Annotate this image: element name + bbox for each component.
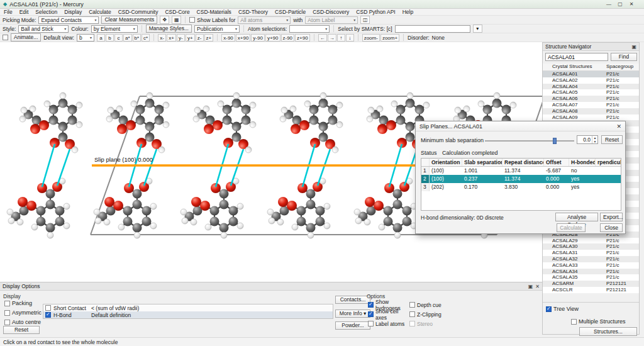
- slab-value-spinner[interactable]: 0.0 ▲ ▼: [577, 135, 598, 144]
- dialog-title-bar[interactable]: Slip Planes... ACSALA01 ✕: [416, 121, 625, 131]
- structure-list-item[interactable]: ACSALA29P21/c: [543, 238, 639, 244]
- menu-item[interactable]: CSD-Materials: [197, 9, 231, 15]
- structure-list-item[interactable]: ACSALA34P21/c: [543, 269, 639, 275]
- float-panel-icon[interactable]: ▣: [631, 44, 636, 50]
- table-row[interactable]: 1 (100) 1.001 11.374 -5.687 no: [421, 167, 621, 175]
- menu-item[interactable]: File: [4, 9, 13, 15]
- structure-list-item[interactable]: ACSALA04P21/c: [543, 84, 639, 90]
- axis-button[interactable]: c*: [142, 34, 150, 42]
- float-panel-icon[interactable]: ▣: [528, 284, 533, 289]
- minimize-icon[interactable]: —: [603, 0, 614, 8]
- close-panel-icon[interactable]: ✕: [535, 284, 540, 289]
- display-options-header[interactable]: Display Options ▣ ✕: [0, 282, 542, 291]
- arrow-button[interactable]: ↓: [346, 34, 354, 42]
- axis-button[interactable]: a*: [123, 34, 132, 42]
- menu-item[interactable]: Calculate: [89, 9, 111, 15]
- slider-handle[interactable]: [553, 138, 557, 144]
- animate-button[interactable]: Animate...: [11, 33, 41, 42]
- default-view-select[interactable]: b ▾: [77, 34, 94, 42]
- label-type-select[interactable]: Atom Label ▾: [305, 16, 358, 24]
- rotate-button[interactable]: y-90: [251, 34, 265, 42]
- axis-button[interactable]: c: [114, 34, 123, 42]
- column-spacegroup[interactable]: Spacegroup: [606, 64, 639, 70]
- rotate-button[interactable]: x-90: [221, 34, 235, 42]
- structure-list-item[interactable]: ACSALA33P21/c: [543, 262, 639, 269]
- menu-item[interactable]: Edit: [19, 9, 29, 15]
- picking-mode-select[interactable]: Expand Contacts ▾: [38, 16, 99, 24]
- slab-separation-slider[interactable]: [485, 138, 574, 143]
- menu-item[interactable]: CSD Python API: [356, 9, 395, 15]
- more-info-button[interactable]: More Info ▾: [335, 310, 370, 318]
- find-button[interactable]: Find: [611, 53, 637, 61]
- style-select[interactable]: Ball and Stick ▾: [18, 25, 69, 33]
- structure-list-item[interactable]: ACSARMP212121: [543, 281, 639, 287]
- option-checkbox[interactable]: Stereo: [409, 319, 451, 328]
- reset-button[interactable]: Reset: [601, 135, 623, 144]
- structure-list-item[interactable]: ACSALA07P21/c: [543, 102, 639, 108]
- colour-select[interactable]: by Element ▾: [91, 25, 138, 33]
- axis-button[interactable]: b: [106, 34, 114, 42]
- close-button[interactable]: Close: [600, 223, 623, 232]
- display-checkbox[interactable]: Auto centre: [4, 319, 53, 325]
- table-column-header[interactable]: H-bonded: [569, 159, 596, 166]
- menu-item[interactable]: Selection: [35, 9, 57, 15]
- tree-view-checkbox[interactable]: Tree View: [546, 306, 579, 312]
- axis-button[interactable]: b*: [133, 34, 142, 42]
- menu-item[interactable]: Display: [64, 9, 82, 15]
- powder-button[interactable]: Powder...: [335, 321, 370, 330]
- multiple-structures-checkbox[interactable]: Multiple Structures: [571, 318, 626, 325]
- structure-list-item[interactable]: ACSALA31P21/c: [543, 250, 639, 256]
- structure-search-input[interactable]: [545, 53, 608, 61]
- structure-list-item[interactable]: ACSALA30P21/c: [543, 243, 639, 250]
- clear-measurements-button[interactable]: Clear Measurements: [101, 16, 157, 24]
- analyse-surface-button[interactable]: Analyse Surface: [555, 213, 598, 221]
- table-row[interactable]: 3 (202) 0.170 3.830 0.000 yes: [421, 183, 621, 191]
- structure-list-item[interactable]: ACSALA09P21/c: [543, 114, 639, 121]
- manage-styles-button[interactable]: Manage Styles...: [146, 25, 192, 33]
- export-button[interactable]: Export...: [600, 213, 623, 221]
- contact-row[interactable]: Short Contact < (sum of vdW radii): [43, 304, 333, 311]
- translate-button[interactable]: z+: [204, 34, 214, 42]
- table-column-header[interactable]: Offset: [544, 159, 569, 166]
- label-settings-icon[interactable]: ◫: [360, 16, 370, 24]
- measure-tool-icon[interactable]: ✥: [160, 16, 169, 24]
- dialog-close-icon[interactable]: ✕: [616, 123, 621, 130]
- smarts-apply-icon[interactable]: ▾: [473, 25, 482, 33]
- zoom-button[interactable]: zoom+: [380, 34, 399, 42]
- arrow-button[interactable]: ←: [318, 34, 327, 42]
- table-column-header[interactable]: rpendicular plan: [596, 159, 621, 166]
- structure-list-item[interactable]: ACSALA02P21/c: [543, 77, 639, 84]
- structure-list-item[interactable]: ACSALA32P21/c: [543, 256, 639, 262]
- table-column-header[interactable]: Orientation: [430, 159, 462, 166]
- structure-list-item[interactable]: ACSALA01P21/c: [543, 71, 639, 77]
- rotate-button[interactable]: z-90: [281, 34, 295, 42]
- labels-tool-icon[interactable]: ▦: [172, 16, 181, 24]
- display-reset-button[interactable]: Reset: [3, 326, 40, 334]
- animate-checkbox[interactable]: [3, 35, 8, 40]
- labels-scope-select[interactable]: All atoms ▾: [238, 16, 291, 24]
- translate-button[interactable]: x+: [167, 34, 176, 42]
- structure-list-item[interactable]: ACSCLRP212121: [543, 287, 639, 293]
- menu-item[interactable]: Help: [402, 9, 413, 15]
- table-column-header[interactable]: Repeat distance: [502, 159, 544, 166]
- translate-button[interactable]: y+: [186, 34, 195, 42]
- style-preset-select[interactable]: Publication ▾: [194, 25, 240, 33]
- slider-track[interactable]: [485, 140, 574, 142]
- rotate-button[interactable]: z+90: [295, 34, 310, 42]
- axis-button[interactable]: a: [97, 34, 105, 42]
- arrow-button[interactable]: ↑: [337, 34, 345, 42]
- menu-item[interactable]: CSD-Community: [118, 9, 158, 15]
- option-checkbox[interactable]: Show cell axes: [368, 310, 409, 319]
- menu-item[interactable]: CSD-Core: [165, 9, 189, 15]
- show-labels-checkbox[interactable]: Show Labels for: [189, 17, 235, 23]
- menu-item[interactable]: CSD-Theory: [238, 9, 268, 15]
- contacts-button[interactable]: Contacts...: [335, 296, 370, 304]
- calculate-button[interactable]: Calculate: [557, 223, 586, 232]
- column-crystal-structures[interactable]: Crystal Structures: [543, 64, 606, 70]
- rotate-button[interactable]: y+90: [265, 34, 280, 42]
- zoom-button[interactable]: zoom-: [362, 34, 380, 42]
- atom-selections-select[interactable]: ▾: [289, 25, 330, 33]
- translate-button[interactable]: z-: [196, 34, 204, 42]
- translate-button[interactable]: y-: [177, 34, 185, 42]
- spinner-arrows[interactable]: ▲ ▼: [592, 136, 597, 143]
